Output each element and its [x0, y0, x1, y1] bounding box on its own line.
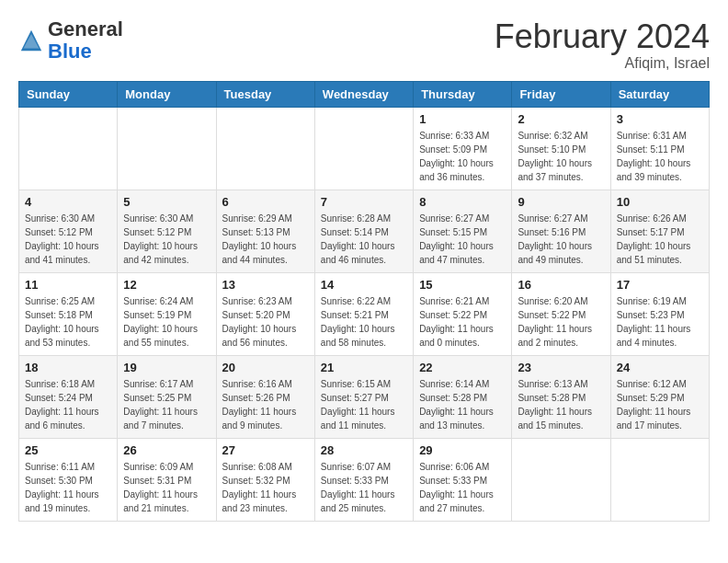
day-number: 16: [518, 278, 604, 292]
calendar-week-row: 1Sunrise: 6:33 AM Sunset: 5:09 PM Daylig…: [19, 107, 710, 190]
day-info: Sunrise: 6:30 AM Sunset: 5:12 PM Dayligh…: [123, 212, 210, 267]
weekday-header-monday: Monday: [118, 81, 216, 107]
calendar-cell: [118, 107, 216, 190]
day-number: 22: [419, 361, 506, 374]
day-number: 20: [222, 361, 309, 374]
day-info: Sunrise: 6:07 AM Sunset: 5:33 PM Dayligh…: [321, 460, 407, 515]
weekday-header-sunday: Sunday: [19, 81, 118, 107]
day-info: Sunrise: 6:06 AM Sunset: 5:33 PM Dayligh…: [419, 460, 506, 515]
calendar-cell: 21Sunrise: 6:15 AM Sunset: 5:27 PM Dayli…: [314, 355, 413, 438]
calendar-week-row: 25Sunrise: 6:11 AM Sunset: 5:30 PM Dayli…: [19, 438, 710, 521]
day-number: 18: [25, 361, 111, 374]
day-info: Sunrise: 6:30 AM Sunset: 5:12 PM Dayligh…: [25, 212, 111, 267]
page-header: General Blue February 2024 Afiqim, Israe…: [18, 18, 710, 72]
day-info: Sunrise: 6:24 AM Sunset: 5:19 PM Dayligh…: [123, 294, 210, 350]
day-info: Sunrise: 6:12 AM Sunset: 5:29 PM Dayligh…: [617, 377, 703, 432]
calendar-cell: [512, 438, 610, 521]
calendar-cell: 8Sunrise: 6:27 AM Sunset: 5:15 PM Daylig…: [414, 190, 512, 272]
day-info: Sunrise: 6:27 AM Sunset: 5:15 PM Dayligh…: [419, 212, 506, 267]
day-info: Sunrise: 6:21 AM Sunset: 5:22 PM Dayligh…: [419, 294, 506, 350]
calendar-cell: 2Sunrise: 6:32 AM Sunset: 5:10 PM Daylig…: [512, 107, 610, 190]
title-area: February 2024 Afiqim, Israel: [495, 18, 710, 72]
weekday-header-thursday: Thursday: [414, 81, 512, 107]
calendar-cell: 6Sunrise: 6:29 AM Sunset: 5:13 PM Daylig…: [216, 190, 314, 272]
day-number: 7: [321, 195, 407, 209]
calendar-table: SundayMondayTuesdayWednesdayThursdayFrid…: [18, 81, 710, 522]
day-number: 27: [222, 443, 309, 457]
day-number: 3: [617, 112, 703, 126]
calendar-cell: 26Sunrise: 6:09 AM Sunset: 5:31 PM Dayli…: [118, 438, 216, 521]
calendar-cell: 5Sunrise: 6:30 AM Sunset: 5:12 PM Daylig…: [118, 190, 216, 272]
day-number: 12: [123, 278, 210, 292]
calendar-week-row: 11Sunrise: 6:25 AM Sunset: 5:18 PM Dayli…: [19, 272, 710, 355]
day-info: Sunrise: 6:25 AM Sunset: 5:18 PM Dayligh…: [25, 294, 111, 350]
day-info: Sunrise: 6:11 AM Sunset: 5:30 PM Dayligh…: [25, 460, 111, 515]
calendar-cell: 14Sunrise: 6:22 AM Sunset: 5:21 PM Dayli…: [314, 272, 413, 355]
weekday-header-saturday: Saturday: [610, 81, 709, 107]
day-number: 2: [518, 112, 604, 126]
day-info: Sunrise: 6:23 AM Sunset: 5:20 PM Dayligh…: [222, 294, 309, 350]
calendar-cell: 10Sunrise: 6:26 AM Sunset: 5:17 PM Dayli…: [610, 190, 709, 272]
day-info: Sunrise: 6:14 AM Sunset: 5:28 PM Dayligh…: [419, 377, 506, 432]
calendar-cell: 23Sunrise: 6:13 AM Sunset: 5:28 PM Dayli…: [512, 355, 610, 438]
day-number: 9: [518, 195, 604, 209]
logo-icon: [18, 28, 44, 53]
day-info: Sunrise: 6:19 AM Sunset: 5:23 PM Dayligh…: [617, 294, 703, 350]
day-number: 4: [25, 195, 111, 209]
day-number: 15: [419, 278, 506, 292]
day-info: Sunrise: 6:26 AM Sunset: 5:17 PM Dayligh…: [617, 212, 703, 267]
day-number: 6: [222, 195, 309, 209]
calendar-cell: 4Sunrise: 6:30 AM Sunset: 5:12 PM Daylig…: [19, 190, 118, 272]
weekday-header-tuesday: Tuesday: [216, 81, 314, 107]
calendar-cell: 3Sunrise: 6:31 AM Sunset: 5:11 PM Daylig…: [610, 107, 709, 190]
calendar-cell: 19Sunrise: 6:17 AM Sunset: 5:25 PM Dayli…: [118, 355, 216, 438]
weekday-header-wednesday: Wednesday: [314, 81, 413, 107]
day-number: 26: [123, 443, 210, 457]
calendar-cell: 15Sunrise: 6:21 AM Sunset: 5:22 PM Dayli…: [414, 272, 512, 355]
calendar-cell: [19, 107, 118, 190]
day-number: 13: [222, 278, 309, 292]
calendar-cell: 18Sunrise: 6:18 AM Sunset: 5:24 PM Dayli…: [19, 355, 118, 438]
day-number: 17: [617, 278, 703, 292]
month-title: February 2024: [495, 18, 710, 55]
calendar-cell: 13Sunrise: 6:23 AM Sunset: 5:20 PM Dayli…: [216, 272, 314, 355]
calendar-cell: 17Sunrise: 6:19 AM Sunset: 5:23 PM Dayli…: [610, 272, 709, 355]
day-number: 1: [419, 112, 506, 126]
day-info: Sunrise: 6:20 AM Sunset: 5:22 PM Dayligh…: [518, 294, 604, 350]
day-number: 28: [321, 443, 407, 457]
day-info: Sunrise: 6:27 AM Sunset: 5:16 PM Dayligh…: [518, 212, 604, 267]
day-number: 29: [419, 443, 506, 457]
logo: General Blue: [18, 18, 123, 63]
day-number: 24: [617, 361, 703, 374]
day-info: Sunrise: 6:28 AM Sunset: 5:14 PM Dayligh…: [321, 212, 407, 267]
day-number: 5: [123, 195, 210, 209]
day-number: 8: [419, 195, 506, 209]
day-number: 10: [617, 195, 703, 209]
logo-blue: Blue: [48, 40, 92, 63]
day-number: 23: [518, 361, 604, 374]
day-info: Sunrise: 6:13 AM Sunset: 5:28 PM Dayligh…: [518, 377, 604, 432]
calendar-cell: 27Sunrise: 6:08 AM Sunset: 5:32 PM Dayli…: [216, 438, 314, 521]
calendar-cell: 29Sunrise: 6:06 AM Sunset: 5:33 PM Dayli…: [414, 438, 512, 521]
day-info: Sunrise: 6:31 AM Sunset: 5:11 PM Dayligh…: [617, 129, 703, 184]
calendar-cell: [216, 107, 314, 190]
calendar-cell: 11Sunrise: 6:25 AM Sunset: 5:18 PM Dayli…: [19, 272, 118, 355]
day-info: Sunrise: 6:09 AM Sunset: 5:31 PM Dayligh…: [123, 460, 210, 515]
day-info: Sunrise: 6:18 AM Sunset: 5:24 PM Dayligh…: [25, 377, 111, 432]
calendar-cell: 28Sunrise: 6:07 AM Sunset: 5:33 PM Dayli…: [314, 438, 413, 521]
logo-general: General: [48, 17, 123, 40]
day-info: Sunrise: 6:29 AM Sunset: 5:13 PM Dayligh…: [222, 212, 309, 267]
day-info: Sunrise: 6:15 AM Sunset: 5:27 PM Dayligh…: [321, 377, 407, 432]
calendar-cell: 9Sunrise: 6:27 AM Sunset: 5:16 PM Daylig…: [512, 190, 610, 272]
calendar-cell: 12Sunrise: 6:24 AM Sunset: 5:19 PM Dayli…: [118, 272, 216, 355]
weekday-header-friday: Friday: [512, 81, 610, 107]
calendar-cell: [610, 438, 709, 521]
calendar-cell: 1Sunrise: 6:33 AM Sunset: 5:09 PM Daylig…: [414, 107, 512, 190]
day-number: 21: [321, 361, 407, 374]
day-info: Sunrise: 6:22 AM Sunset: 5:21 PM Dayligh…: [321, 294, 407, 350]
calendar-cell: 24Sunrise: 6:12 AM Sunset: 5:29 PM Dayli…: [610, 355, 709, 438]
day-number: 14: [321, 278, 407, 292]
calendar-header-row: SundayMondayTuesdayWednesdayThursdayFrid…: [19, 81, 710, 107]
day-info: Sunrise: 6:08 AM Sunset: 5:32 PM Dayligh…: [222, 460, 309, 515]
calendar-cell: 22Sunrise: 6:14 AM Sunset: 5:28 PM Dayli…: [414, 355, 512, 438]
